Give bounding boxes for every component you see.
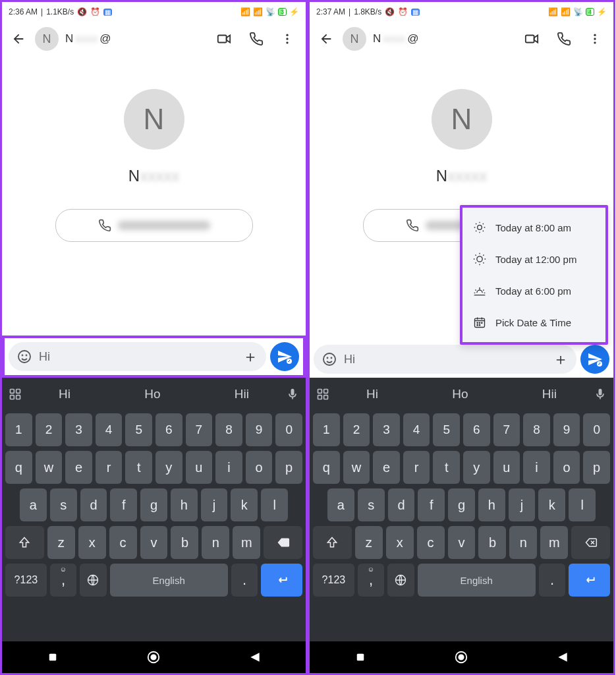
key-backspace[interactable] bbox=[571, 526, 610, 559]
key-2[interactable]: 2 bbox=[36, 413, 63, 446]
contact-avatar-large[interactable]: N bbox=[124, 89, 184, 150]
key-p[interactable]: p bbox=[275, 451, 302, 484]
contact-avatar-large[interactable]: N bbox=[432, 89, 492, 150]
contact-title[interactable]: N xxxx @ bbox=[373, 32, 512, 45]
suggestion-3[interactable]: Hii bbox=[225, 387, 258, 401]
key-space[interactable]: English bbox=[110, 564, 228, 597]
key-0[interactable]: 0 bbox=[583, 413, 610, 446]
key-m[interactable]: m bbox=[540, 526, 568, 559]
key-l[interactable]: l bbox=[569, 488, 596, 521]
key-z[interactable]: z bbox=[47, 526, 75, 559]
nav-home[interactable] bbox=[144, 648, 163, 666]
key-k[interactable]: k bbox=[231, 488, 258, 521]
key-period[interactable]: . bbox=[231, 564, 258, 597]
key-e[interactable]: e bbox=[373, 451, 400, 484]
key-symbols[interactable]: ?123 bbox=[5, 564, 47, 597]
key-i[interactable]: i bbox=[215, 451, 242, 484]
key-o[interactable]: o bbox=[246, 451, 273, 484]
key-enter[interactable] bbox=[261, 564, 302, 597]
keyboard-apps-button[interactable] bbox=[9, 388, 22, 401]
schedule-option-morning[interactable]: Today at 8:00 am bbox=[462, 212, 605, 243]
video-call-button[interactable] bbox=[211, 29, 237, 49]
voice-call-button[interactable] bbox=[244, 29, 269, 49]
key-7[interactable]: 7 bbox=[493, 413, 520, 446]
key-w[interactable]: w bbox=[343, 451, 370, 484]
nav-recents[interactable] bbox=[351, 648, 370, 666]
nav-back[interactable] bbox=[553, 648, 572, 666]
key-n[interactable]: n bbox=[509, 526, 537, 559]
keyboard-apps-button[interactable] bbox=[316, 388, 329, 401]
key-6[interactable]: 6 bbox=[155, 413, 182, 446]
key-5[interactable]: 5 bbox=[125, 413, 152, 446]
key-d[interactable]: d bbox=[388, 488, 415, 521]
key-enter[interactable] bbox=[569, 564, 610, 597]
key-7[interactable]: 7 bbox=[186, 413, 213, 446]
key-shift[interactable] bbox=[5, 526, 44, 559]
nav-home[interactable] bbox=[452, 648, 470, 666]
key-s[interactable]: s bbox=[358, 488, 385, 521]
key-e[interactable]: e bbox=[65, 451, 92, 484]
nav-recents[interactable] bbox=[43, 648, 62, 666]
key-l[interactable]: l bbox=[261, 488, 288, 521]
key-backspace[interactable] bbox=[264, 526, 302, 559]
key-8[interactable]: 8 bbox=[215, 413, 242, 446]
key-g[interactable]: g bbox=[140, 488, 167, 521]
key-i[interactable]: i bbox=[523, 451, 550, 484]
key-1[interactable]: 1 bbox=[5, 413, 32, 446]
key-m[interactable]: m bbox=[233, 526, 260, 559]
key-r[interactable]: r bbox=[96, 451, 123, 484]
key-j[interactable]: j bbox=[509, 488, 536, 521]
key-4[interactable]: 4 bbox=[403, 413, 430, 446]
key-j[interactable]: j bbox=[201, 488, 228, 521]
key-3[interactable]: 3 bbox=[373, 413, 400, 446]
key-a[interactable]: a bbox=[20, 488, 47, 521]
key-c[interactable]: c bbox=[109, 526, 137, 559]
emoji-button[interactable] bbox=[322, 351, 337, 367]
key-o[interactable]: o bbox=[553, 451, 580, 484]
key-9[interactable]: 9 bbox=[246, 413, 273, 446]
key-shift[interactable] bbox=[313, 526, 352, 559]
schedule-option-evening[interactable]: Today at 6:00 pm bbox=[462, 275, 605, 307]
key-space[interactable]: English bbox=[418, 564, 536, 597]
key-k[interactable]: k bbox=[538, 488, 565, 521]
avatar-small[interactable]: N bbox=[343, 27, 366, 51]
back-button[interactable] bbox=[316, 29, 336, 49]
key-s[interactable]: s bbox=[50, 488, 77, 521]
attachment-button[interactable]: ＋ bbox=[242, 346, 258, 367]
key-y[interactable]: y bbox=[463, 451, 490, 484]
key-period[interactable]: . bbox=[539, 564, 565, 597]
send-button[interactable] bbox=[580, 345, 609, 374]
key-b[interactable]: b bbox=[478, 526, 506, 559]
key-v[interactable]: v bbox=[448, 526, 476, 559]
voice-call-button[interactable] bbox=[551, 29, 576, 49]
key-comma[interactable]: ,☺ bbox=[358, 564, 384, 597]
suggestion-2[interactable]: Ho bbox=[135, 387, 169, 401]
suggestion-2[interactable]: Ho bbox=[443, 387, 477, 401]
key-q[interactable]: q bbox=[313, 451, 340, 484]
key-h[interactable]: h bbox=[478, 488, 505, 521]
overflow-menu-button[interactable] bbox=[275, 29, 299, 49]
key-p[interactable]: p bbox=[583, 451, 610, 484]
overflow-menu-button[interactable] bbox=[583, 29, 607, 49]
key-symbols[interactable]: ?123 bbox=[313, 564, 354, 597]
key-5[interactable]: 5 bbox=[433, 413, 460, 446]
key-g[interactable]: g bbox=[448, 488, 475, 521]
key-6[interactable]: 6 bbox=[463, 413, 490, 446]
recent-call-bubble[interactable] bbox=[55, 209, 253, 242]
key-b[interactable]: b bbox=[171, 526, 198, 559]
key-8[interactable]: 8 bbox=[523, 413, 550, 446]
send-button[interactable] bbox=[270, 342, 299, 371]
key-x[interactable]: x bbox=[78, 526, 106, 559]
key-h[interactable]: h bbox=[171, 488, 198, 521]
key-f[interactable]: f bbox=[418, 488, 445, 521]
key-2[interactable]: 2 bbox=[343, 413, 370, 446]
nav-back[interactable] bbox=[246, 648, 264, 666]
message-input[interactable] bbox=[344, 353, 546, 367]
suggestion-3[interactable]: Hii bbox=[533, 387, 566, 401]
key-r[interactable]: r bbox=[403, 451, 430, 484]
suggestion-1[interactable]: Hi bbox=[49, 387, 80, 401]
key-x[interactable]: x bbox=[386, 526, 414, 559]
voice-input-button[interactable] bbox=[286, 388, 299, 401]
key-u[interactable]: u bbox=[186, 451, 213, 484]
attachment-button[interactable]: ＋ bbox=[553, 349, 569, 370]
